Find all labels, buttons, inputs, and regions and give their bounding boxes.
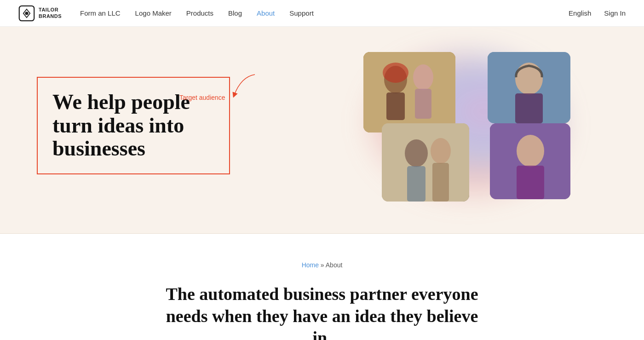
svg-point-9 [515, 63, 543, 95]
svg-rect-15 [432, 163, 449, 202]
nav-links: Form an LLC Logo Maker Products Blog Abo… [80, 9, 569, 17]
nav-link-english[interactable]: English [569, 9, 591, 17]
svg-point-12 [405, 139, 428, 167]
logo-icon [18, 5, 35, 22]
svg-point-5 [413, 64, 433, 90]
photo-inner-2 [488, 52, 570, 123]
svg-rect-4 [386, 92, 405, 120]
breadcrumb-separator: » [319, 261, 326, 269]
svg-point-1 [25, 12, 28, 15]
logo[interactable]: TAILOR BRANDS [18, 5, 62, 22]
annotation-label: Target audience [179, 94, 225, 101]
breadcrumb-home[interactable]: Home [302, 261, 319, 269]
photo-card-4 [490, 123, 570, 199]
nav-right: English Sign In [569, 9, 626, 17]
about-section: Home » About The automated business part… [0, 234, 644, 340]
svg-rect-6 [415, 89, 431, 119]
nav-link-logo-maker[interactable]: Logo Maker [135, 9, 172, 17]
about-title: The automated business partner everyone … [161, 283, 483, 340]
photo-card-3 [382, 123, 469, 202]
svg-point-17 [517, 135, 544, 167]
svg-point-14 [431, 138, 451, 164]
photo-svg-4 [490, 123, 570, 199]
nav-link-sign-in[interactable]: Sign In [604, 9, 626, 17]
target-audience-annotation: Target audience [179, 72, 264, 102]
photo-card-1 [363, 52, 455, 133]
svg-rect-10 [515, 93, 543, 123]
divider [0, 225, 644, 234]
logo-text: TAILOR BRANDS [39, 7, 62, 19]
svg-rect-13 [407, 166, 426, 202]
hero-section: Target audience We help people turn idea… [0, 27, 644, 225]
photo-svg-3 [382, 123, 469, 202]
svg-rect-18 [517, 166, 544, 199]
nav-link-blog[interactable]: Blog [228, 9, 242, 17]
hero-left: Target audience We help people turn idea… [37, 77, 322, 174]
navbar: TAILOR BRANDS Form an LLC Logo Maker Pro… [0, 0, 644, 27]
annotation-arrow-svg [227, 72, 264, 100]
nav-link-support[interactable]: Support [289, 9, 314, 17]
nav-link-form-an-llc[interactable]: Form an LLC [80, 9, 121, 17]
photo-inner-4 [490, 123, 570, 199]
photo-svg-2 [488, 52, 570, 123]
svg-point-7 [383, 63, 408, 83]
nav-link-products[interactable]: Products [186, 9, 213, 17]
nav-link-about[interactable]: About [257, 9, 275, 17]
svg-rect-2 [363, 52, 455, 133]
photo-inner-1 [363, 52, 455, 133]
hero-image-collage [345, 47, 584, 204]
breadcrumb-current: About [326, 261, 343, 269]
photo-inner-3 [382, 123, 469, 202]
photo-card-2 [488, 52, 570, 123]
photo-svg-1 [363, 52, 455, 133]
breadcrumb: Home » About [18, 261, 626, 269]
hero-right [322, 47, 607, 204]
